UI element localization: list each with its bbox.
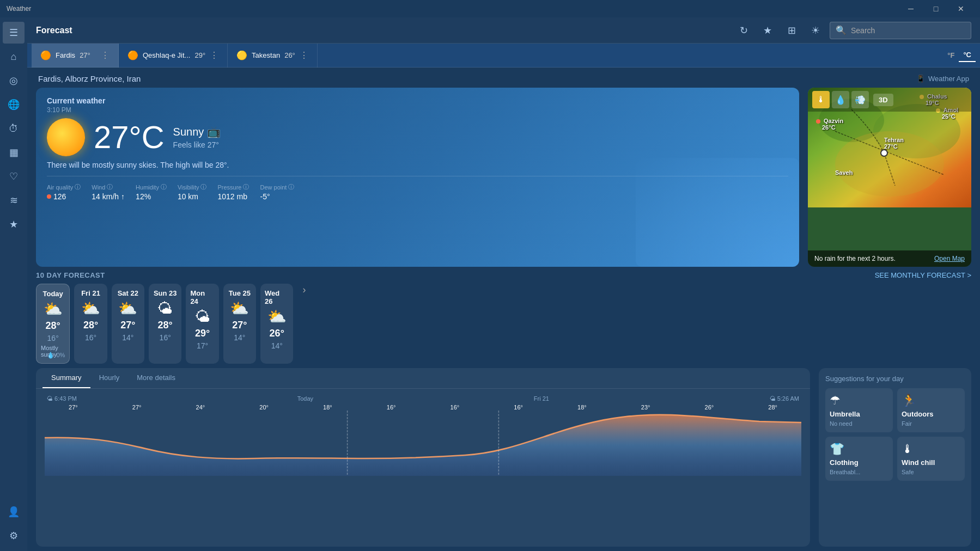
chart-tab-more-details[interactable]: More details <box>128 368 184 388</box>
current-weather-main: 27°C Sunny 📺 Feels like 27° <box>47 118 788 156</box>
sidebar-item-settings[interactable]: ⚙ <box>3 525 25 547</box>
forecast-card-fri21[interactable]: Fri 21 ⛅ 28° 16° <box>74 284 107 364</box>
outdoors-name: Outdoors <box>902 410 960 418</box>
close-button[interactable]: ✕ <box>948 0 973 17</box>
info-icon-dew[interactable]: ⓘ <box>288 183 294 191</box>
feels-like-label: Feels like <box>173 140 205 149</box>
maximize-button[interactable]: □ <box>923 0 948 17</box>
saveh-name: Saveh <box>835 169 853 176</box>
sidebar-item-menu[interactable]: ☰ <box>3 22 25 44</box>
toolbar: Forecast ↻ ★ ⊞ ☀ 🔍 <box>27 17 980 44</box>
open-map-link[interactable]: Open Map <box>934 255 965 262</box>
umbrella-icon: ☂ <box>830 394 888 408</box>
sidebar-item-history[interactable]: ⏱ <box>3 118 25 139</box>
suggestion-clothing[interactable]: 👕 Clothing Breathabl... <box>825 437 893 481</box>
qazvin-name: Qazvin <box>824 118 843 124</box>
forecast-card-tue25[interactable]: Tue 25 ⛅ 27° 14° <box>223 284 256 364</box>
info-icon-visibility[interactable]: ⓘ <box>200 183 206 191</box>
minimize-button[interactable]: ─ <box>898 0 923 17</box>
humidity-label: Humidity ⓘ <box>136 183 167 191</box>
clothing-status: Breathabl... <box>830 469 888 475</box>
temp-label-4: 18° <box>323 404 332 411</box>
unit-fahrenheit-button[interactable]: °F <box>943 49 959 62</box>
map-3d-button[interactable]: 3D <box>873 94 893 106</box>
forecast-card-sat22[interactable]: Sat 22 ⛅ 27° 14° <box>112 284 144 364</box>
forecast-card-wed26[interactable]: Wed 26 ⛅ 26° 14° <box>260 284 293 364</box>
forecast-day-tue25: Tue 25 <box>229 289 251 297</box>
map-wind-button[interactable]: 💨 <box>851 91 869 108</box>
tab-menu-takestan[interactable]: ⋮ <box>300 50 308 60</box>
forecast-low-today: 16° <box>47 334 59 342</box>
sunrise-marker: 🌤 5:26 AM <box>770 395 799 402</box>
map-rain-button[interactable]: 💧 <box>832 91 849 108</box>
sidebar-item-calendar[interactable]: ▦ <box>3 142 25 163</box>
temp-label-1: 27° <box>132 404 142 411</box>
info-icon-humidity[interactable]: ⓘ <box>161 183 167 191</box>
temp-label-6: 16° <box>451 404 460 411</box>
map-temp-button[interactable]: 🌡 <box>812 91 830 108</box>
weather-app-link[interactable]: 📱 Weather App <box>916 75 969 83</box>
info-icon-wind[interactable]: ⓘ <box>107 183 113 191</box>
sidebar: ☰ ⌂ ◎ 🌐 ⏱ ▦ ♡ ≋ ★ 👤 ⚙ <box>0 17 27 551</box>
search-box[interactable]: 🔍 <box>830 22 971 39</box>
pin-button[interactable]: ⊞ <box>782 21 801 40</box>
forecast-low-tue25: 14° <box>234 333 245 342</box>
forecast-icon-fri21: ⛅ <box>81 299 100 317</box>
sidebar-item-globe[interactable]: 🌐 <box>3 94 25 115</box>
sidebar-item-account[interactable]: 👤 <box>3 501 25 523</box>
sidebar-item-location[interactable]: ◎ <box>3 70 25 91</box>
map-footer: No rain for the next 2 hours. Open Map <box>808 250 971 267</box>
info-icon[interactable]: ⓘ <box>75 183 81 191</box>
tab-temp-qeshlaq: 29° <box>194 51 205 59</box>
temp-label-2: 24° <box>196 404 205 411</box>
chart-tab-hourly[interactable]: Hourly <box>90 368 129 388</box>
favorite-button[interactable]: ★ <box>758 21 777 40</box>
unit-celsius-button[interactable]: °C <box>959 48 976 62</box>
stat-wind: Wind ⓘ 14 km/h ↑ <box>92 183 125 201</box>
sidebar-item-home[interactable]: ⌂ <box>3 46 25 68</box>
forecast-card-mon24[interactable]: Mon 24 🌤 29° 17° <box>186 284 218 364</box>
sidebar-item-favorites[interactable]: ★ <box>3 213 25 235</box>
forecast-card-sun23[interactable]: Sun 23 🌤 28° 16° <box>149 284 181 364</box>
tab-menu-qeshlaq[interactable]: ⋮ <box>210 50 218 60</box>
temp-label-9: 23° <box>641 404 650 411</box>
display-settings-button[interactable]: ☀ <box>806 21 825 40</box>
forecast-high-sat22: 27° <box>120 320 135 331</box>
search-input[interactable] <box>851 26 965 35</box>
location-tab-fardis[interactable]: 🟠 Fardis 27° ⋮ <box>32 44 119 68</box>
tehran-temp: 27°C <box>884 143 898 150</box>
weather-stats: Air quality ⓘ 126 Wind ⓘ <box>47 176 788 201</box>
window-controls: ─ □ ✕ <box>898 0 973 17</box>
location-tab-takestan[interactable]: 🟡 Takestan 26° ⋮ <box>228 44 318 68</box>
sidebar-item-waves[interactable]: ≋ <box>3 189 25 211</box>
suggestion-umbrella[interactable]: ☂ Umbrella No need <box>825 388 893 432</box>
wind-label: Wind ⓘ <box>92 183 125 191</box>
visibility-value: 10 km <box>178 192 207 201</box>
umbrella-name: Umbrella <box>830 410 888 418</box>
temp-label-5: 16° <box>387 404 396 411</box>
current-temperature: 27°C <box>94 121 165 153</box>
sidebar-item-health[interactable]: ♡ <box>3 166 25 187</box>
forecast-high-today: 28° <box>46 320 60 332</box>
sun-icon <box>47 118 85 156</box>
forecast-header: 10 DAY FORECAST SEE MONTHLY FORECAST > <box>36 271 971 279</box>
forecast-section: 10 DAY FORECAST SEE MONTHLY FORECAST > T… <box>27 271 980 368</box>
tab-menu-fardis[interactable]: ⋮ <box>101 50 109 60</box>
see-monthly-button[interactable]: SEE MONTHLY FORECAST > <box>875 271 971 279</box>
forecast-next-button[interactable]: › <box>297 284 311 297</box>
air-quality-dot <box>47 194 51 199</box>
visibility-label: Visibility ⓘ <box>178 183 207 191</box>
forecast-card-today[interactable]: Today ⛅ 28° 16° Mostly sunny 💧 0% <box>36 284 70 364</box>
forecast-low-wed26: 14° <box>271 341 283 350</box>
map-card: 🌡 💧 💨 3D <box>808 88 971 267</box>
info-icon-pressure[interactable]: ⓘ <box>243 183 249 191</box>
temp-label-8: 18° <box>577 404 587 411</box>
suggestion-outdoors[interactable]: 🏃 Outdoors Fair <box>897 388 965 432</box>
chart-timeline-top: 🌤 6:43 PM Today Fri 21 🌤 5:26 AM <box>36 393 810 404</box>
refresh-button[interactable]: ↻ <box>734 21 753 40</box>
chart-tab-summary[interactable]: Summary <box>42 368 90 388</box>
temp-label-3: 20° <box>259 404 269 411</box>
sunset-icon: 🌤 6:43 PM <box>47 395 77 402</box>
suggestion-wind-chill[interactable]: 🌡 Wind chill Safe <box>897 437 965 481</box>
location-tab-qeshlaq[interactable]: 🟠 Qeshlaq-e Jit... 29° ⋮ <box>119 44 228 68</box>
